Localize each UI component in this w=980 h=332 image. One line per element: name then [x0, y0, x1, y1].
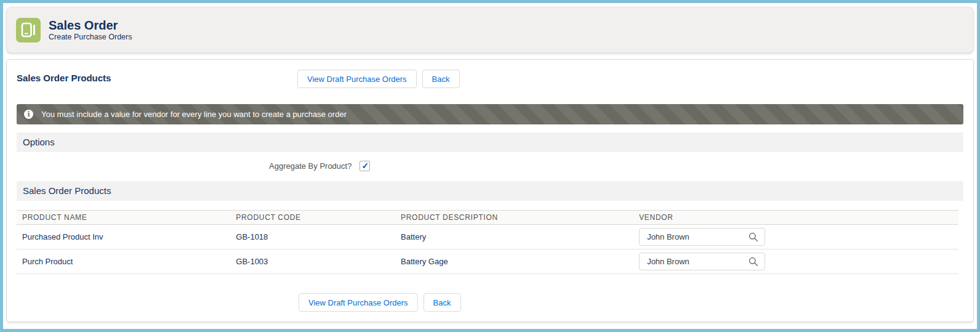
vendor-lookup-input[interactable]: John Brown	[639, 253, 765, 270]
back-button-bottom[interactable]: Back	[424, 293, 461, 312]
app-subtitle: Create Purchase Orders	[49, 33, 132, 42]
back-button-top[interactable]: Back	[422, 70, 460, 88]
table-header-row: PRODUCT NAME PRODUCT CODE PRODUCT DESCRI…	[17, 211, 958, 225]
info-icon: i	[24, 110, 33, 119]
vendor-lookup-value: John Brown	[647, 232, 689, 241]
vendor-lookup-value: John Brown	[647, 257, 689, 266]
top-button-group: View Draft Purchase Orders Back	[297, 70, 460, 88]
aggregate-checkbox[interactable]	[359, 161, 370, 171]
page-title: Sales Order Products	[17, 73, 111, 83]
aggregate-option-row: Aggregate By Product?	[17, 158, 963, 174]
product-code-cell: GB-1018	[230, 225, 395, 249]
main-panel: Sales Order Products View Draft Purchase…	[6, 59, 974, 322]
view-draft-purchase-orders-button-top[interactable]: View Draft Purchase Orders	[297, 70, 417, 88]
page-frame: Sales Order Create Purchase Orders Sales…	[0, 0, 980, 332]
aggregate-by-product-label: Aggregate By Product?	[269, 161, 351, 171]
options-section-header: Options	[17, 132, 963, 152]
bottom-button-group: View Draft Purchase Orders Back	[299, 293, 963, 312]
search-icon[interactable]	[749, 257, 758, 267]
column-header-product-description: PRODUCT DESCRIPTION	[395, 211, 633, 225]
table-row: Purchased Product Inv GB-1018 Battery Jo…	[17, 225, 958, 249]
product-name-cell: Purch Product	[17, 249, 230, 274]
products-section-header: Sales Order Products	[17, 181, 963, 201]
vendor-lookup-input[interactable]: John Brown	[639, 228, 765, 246]
product-name-cell: Purchased Product Inv	[17, 225, 230, 249]
product-code-cell: GB-1003	[230, 249, 395, 274]
search-icon[interactable]	[749, 232, 758, 242]
info-banner: i You must include a value for vendor fo…	[17, 104, 963, 124]
view-draft-purchase-orders-button-bottom[interactable]: View Draft Purchase Orders	[299, 293, 418, 312]
column-header-vendor: VENDOR	[633, 211, 958, 225]
info-banner-text: You must include a value for vendor for …	[41, 110, 347, 119]
top-toolbar-row: Sales Order Products View Draft Purchase…	[17, 70, 963, 88]
app-header: Sales Order Create Purchase Orders	[6, 7, 974, 53]
app-title-block: Sales Order Create Purchase Orders	[49, 18, 132, 42]
sales-order-app-icon	[16, 18, 41, 43]
app-title: Sales Order	[49, 18, 132, 33]
table-row: Purch Product GB-1003 Battery Gage John …	[17, 249, 958, 274]
product-description-cell: Battery	[395, 225, 633, 249]
vendor-cell: John Brown	[633, 249, 958, 274]
product-description-cell: Battery Gage	[395, 249, 633, 274]
column-header-product-name: PRODUCT NAME	[17, 211, 230, 225]
products-table: PRODUCT NAME PRODUCT CODE PRODUCT DESCRI…	[17, 210, 958, 274]
column-header-product-code: PRODUCT CODE	[230, 211, 395, 225]
vendor-cell: John Brown	[633, 225, 958, 249]
